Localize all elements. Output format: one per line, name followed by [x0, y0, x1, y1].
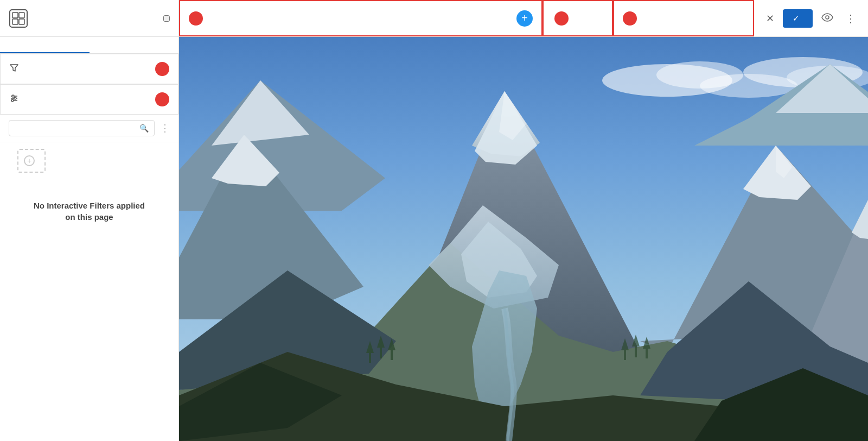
- save-button[interactable]: ✓: [783, 9, 813, 28]
- svg-rect-1: [12, 12, 18, 18]
- sidebar-tabs: [0, 37, 178, 54]
- discard-button[interactable]: ✕: [763, 9, 777, 28]
- search-more-button[interactable]: ⋮: [160, 122, 170, 134]
- svg-rect-50: [646, 348, 648, 358]
- sidebar: 🔍 ⋮ + No Interactive Filters appliedon t…: [0, 37, 179, 441]
- segment-badge-1: [189, 11, 203, 26]
- funnel-icon: [9, 63, 19, 75]
- svg-rect-42: [380, 346, 382, 358]
- empty-state: No Interactive Filters appliedon this pa…: [0, 184, 178, 238]
- preview-button[interactable]: [818, 9, 837, 28]
- svg-rect-4: [19, 19, 24, 24]
- svg-rect-40: [369, 352, 371, 363]
- add-filter-wrap: +: [0, 142, 178, 184]
- header-segment-2[interactable]: [613, 1, 754, 35]
- header: + ✕ ✓ ⋮: [0, 0, 868, 37]
- svg-point-11: [11, 99, 14, 102]
- header-segment-3[interactable]: [542, 1, 613, 35]
- header-segment-1[interactable]: +: [179, 1, 542, 35]
- segment-badge-2: [623, 11, 637, 26]
- main-content: [179, 37, 868, 441]
- page-filters-section[interactable]: [0, 54, 178, 84]
- svg-point-9: [14, 97, 16, 99]
- body: 🔍 ⋮ + No Interactive Filters appliedon t…: [0, 37, 868, 441]
- save-check-icon: ✓: [793, 14, 800, 23]
- add-filter-plus-icon: +: [24, 155, 35, 166]
- add-interactive-filterset-button[interactable]: +: [17, 149, 46, 173]
- sliders-icon: [9, 93, 19, 105]
- segment-badge-3: [554, 11, 569, 26]
- tab-design[interactable]: [90, 37, 179, 53]
- svg-rect-2: [19, 12, 24, 18]
- more-options-button[interactable]: ⋮: [842, 9, 859, 28]
- page-filters-badge: [155, 62, 169, 76]
- svg-point-7: [12, 95, 14, 97]
- search-row: 🔍 ⋮: [0, 115, 178, 142]
- svg-rect-48: [635, 345, 637, 357]
- svg-point-5: [826, 16, 829, 19]
- interactive-filterset-badge: [155, 92, 169, 106]
- search-icon: 🔍: [139, 124, 149, 133]
- search-input[interactable]: [15, 124, 137, 133]
- empty-state-title: No Interactive Filters appliedon this pa…: [13, 200, 165, 223]
- mountain-background: [179, 37, 868, 441]
- edit-page-icon: [9, 9, 28, 28]
- header-actions: ✕ ✓ ⋮: [754, 9, 868, 28]
- eye-icon: [821, 13, 833, 22]
- sidebar-close-button[interactable]: [163, 15, 170, 22]
- search-wrap: 🔍: [9, 120, 155, 136]
- svg-rect-3: [12, 19, 18, 24]
- interactive-filterset-section[interactable]: [0, 84, 178, 115]
- tab-filters[interactable]: [0, 37, 90, 53]
- svg-rect-46: [624, 349, 626, 360]
- header-left: [0, 0, 179, 36]
- header-segments-wrapper: +: [179, 0, 754, 36]
- svg-rect-44: [391, 349, 393, 360]
- add-dashboard-button[interactable]: +: [516, 10, 533, 27]
